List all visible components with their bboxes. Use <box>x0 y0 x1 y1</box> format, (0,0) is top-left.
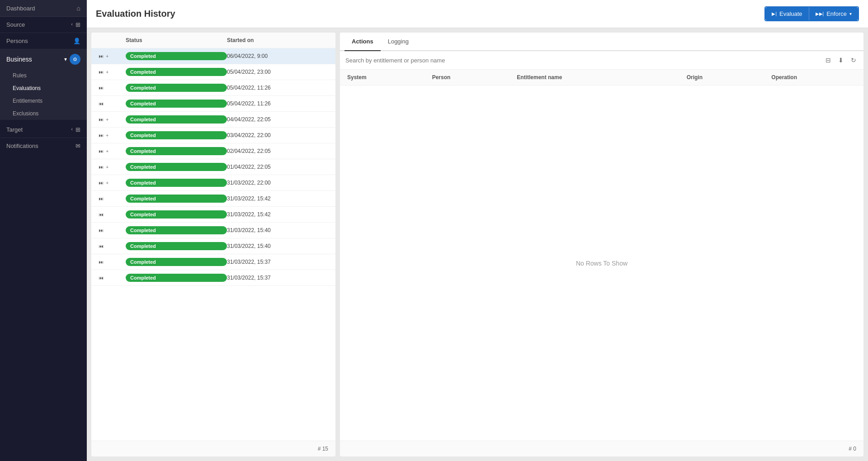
double-arrow-icon: ⏭ <box>99 117 104 122</box>
row-type-icons: ⏮ <box>99 212 126 217</box>
home-icon: ⌂ <box>77 5 80 12</box>
sidebar-item-persons[interactable]: Persons 👤 <box>0 33 87 49</box>
tab-logging[interactable]: Logging <box>381 33 416 51</box>
table-row[interactable]: ⏭ + Completed 06/04/2022, 9:00 <box>91 48 335 64</box>
started-on-value: 31/03/2022, 15:40 <box>227 243 328 249</box>
plus-icon: + <box>106 53 108 59</box>
single-arrow-icon: ⏮ <box>99 275 104 280</box>
plus-icon: + <box>106 180 108 185</box>
status-badge: Completed <box>126 147 227 155</box>
table-row[interactable]: ⏭ Completed 31/03/2022, 15:37 <box>91 254 335 270</box>
chevron-left-icon-target: ‹ <box>71 126 73 133</box>
actions-panel: Actions Logging ⊟ ⬇ ↻ <box>340 33 863 456</box>
row-type-icons: ⏭ + <box>99 180 126 185</box>
business-settings-icon[interactable]: ⚙ <box>70 54 80 65</box>
status-badge: Completed <box>126 84 227 92</box>
started-on-value: 06/04/2022, 9:00 <box>227 53 328 59</box>
table-row[interactable]: ⏭ + Completed 02/04/2022, 22:05 <box>91 143 335 159</box>
table-row[interactable]: ⏮ Completed 05/04/2022, 11:26 <box>91 96 335 112</box>
row-type-icons: ⏮ <box>99 101 126 106</box>
tab-actions[interactable]: Actions <box>344 33 381 51</box>
page-title: Evaluation History <box>96 9 175 19</box>
started-on-value: 02/04/2022, 22:05 <box>227 148 328 154</box>
row-type-icons: ⏮ <box>99 243 126 249</box>
table-row[interactable]: ⏭ + Completed 04/04/2022, 22:05 <box>91 112 335 128</box>
table-row[interactable]: ⏭ Completed 31/03/2022, 15:40 <box>91 223 335 238</box>
table-row[interactable]: ⏮ Completed 31/03/2022, 15:40 <box>91 238 335 254</box>
download-button[interactable]: ⬇ <box>836 56 845 65</box>
enforce-button[interactable]: ▶▶| Enforce ▾ <box>809 7 858 20</box>
table-row[interactable]: ⏭ + Completed 03/04/2022, 22:00 <box>91 128 335 143</box>
table-row[interactable]: ⏭ + Completed 31/03/2022, 22:00 <box>91 175 335 191</box>
evaluate-button[interactable]: ▶| Evaluate <box>765 7 808 20</box>
status-badge: Completed <box>126 195 227 203</box>
table-row[interactable]: ⏮ Completed 31/03/2022, 15:37 <box>91 270 335 286</box>
started-on-value: 31/03/2022, 15:42 <box>227 195 328 202</box>
actions-table-header: System Person Entitlement name Origin Op… <box>340 70 863 86</box>
table-row[interactable]: ⏭ + Completed 01/04/2022, 22:05 <box>91 159 335 175</box>
started-on-value: 31/03/2022, 15:40 <box>227 227 328 233</box>
started-on-value: 05/04/2022, 23:00 <box>227 69 328 75</box>
status-badge: Completed <box>126 210 227 219</box>
status-badge: Completed <box>126 100 227 108</box>
row-type-icons: ⏮ <box>99 275 126 280</box>
status-badge: Completed <box>126 52 227 60</box>
table-row[interactable]: ⏭ + Completed 05/04/2022, 23:00 <box>91 64 335 80</box>
mail-icon: ✉ <box>75 143 80 149</box>
status-badge: Completed <box>126 258 227 266</box>
history-footer: # 15 <box>91 441 335 456</box>
row-type-icons: ⏭ <box>99 259 126 265</box>
add-source-icon: ⊞ <box>75 21 80 28</box>
evaluate-enforce-group: ▶| Evaluate ▶▶| Enforce ▾ <box>764 6 859 21</box>
no-rows-message: No Rows To Show <box>340 86 863 441</box>
started-on-value: 31/03/2022, 15:42 <box>227 211 328 218</box>
started-on-value: 04/04/2022, 22:05 <box>227 116 328 123</box>
double-arrow-icon: ⏭ <box>99 164 104 170</box>
plus-icon: + <box>106 148 108 154</box>
history-table-header: Status Started on <box>91 33 335 48</box>
sidebar-item-entitlements[interactable]: Entitlements <box>0 95 87 107</box>
history-panel: Status Started on ⏭ + Completed 06/04/20… <box>91 33 335 456</box>
started-on-value: 31/03/2022, 15:37 <box>227 259 328 265</box>
filter-icon: ⊟ <box>826 57 831 64</box>
table-row[interactable]: ⏭ Completed 31/03/2022, 15:42 <box>91 191 335 207</box>
sidebar-item-exclusions[interactable]: Exclusions <box>0 107 87 120</box>
status-badge: Completed <box>126 274 227 282</box>
row-type-icons: ⏭ + <box>99 69 126 75</box>
download-icon: ⬇ <box>838 57 844 64</box>
enforce-chevron-icon: ▾ <box>849 11 852 16</box>
business-label: Business <box>6 56 32 63</box>
sidebar-item-notifications[interactable]: Notifications ✉ <box>0 138 87 154</box>
table-row[interactable]: ⏭ Completed 05/04/2022, 11:26 <box>91 80 335 96</box>
plus-icon: + <box>106 117 108 122</box>
status-badge: Completed <box>126 163 227 171</box>
persons-icon: 👤 <box>73 38 80 44</box>
search-action-icons: ⊟ ⬇ ↻ <box>824 56 858 65</box>
plus-icon: + <box>106 164 108 170</box>
sidebar-business-section: Business ▾ ⚙ Rules Evaluations Entitleme… <box>0 49 87 120</box>
started-on-value: 05/04/2022, 11:26 <box>227 85 328 91</box>
sidebar-item-evaluations[interactable]: Evaluations <box>0 82 87 95</box>
sidebar-item-target[interactable]: Target ‹ ⊞ <box>0 122 87 138</box>
top-bar-actions: ▶| Evaluate ▶▶| Enforce ▾ <box>764 6 859 21</box>
status-badge: Completed <box>126 131 227 139</box>
refresh-button[interactable]: ↻ <box>849 56 858 65</box>
started-on-value: 03/04/2022, 22:00 <box>227 132 328 138</box>
search-input[interactable] <box>345 57 820 64</box>
row-type-icons: ⏭ + <box>99 117 126 122</box>
sidebar-item-rules[interactable]: Rules <box>0 69 87 82</box>
sidebar-item-source[interactable]: Source ‹ ⊞ <box>0 17 87 33</box>
single-arrow-icon: ⏮ <box>99 101 104 106</box>
row-type-icons: ⏭ + <box>99 133 126 138</box>
double-arrow-icon: ⏭ <box>99 133 104 138</box>
started-on-value: 05/04/2022, 11:26 <box>227 100 328 107</box>
sidebar-item-business[interactable]: Business ▾ ⚙ <box>0 49 87 69</box>
status-badge: Completed <box>126 115 227 124</box>
single-arrow-icon: ⏮ <box>99 243 104 249</box>
sidebar-item-dashboard[interactable]: Dashboard ⌂ <box>0 0 87 17</box>
chevron-left-icon: ‹ <box>71 21 73 28</box>
status-badge: Completed <box>126 179 227 187</box>
table-row[interactable]: ⏮ Completed 31/03/2022, 15:42 <box>91 207 335 223</box>
filter-button[interactable]: ⊟ <box>824 56 833 65</box>
row-type-icons: ⏭ <box>99 228 126 233</box>
